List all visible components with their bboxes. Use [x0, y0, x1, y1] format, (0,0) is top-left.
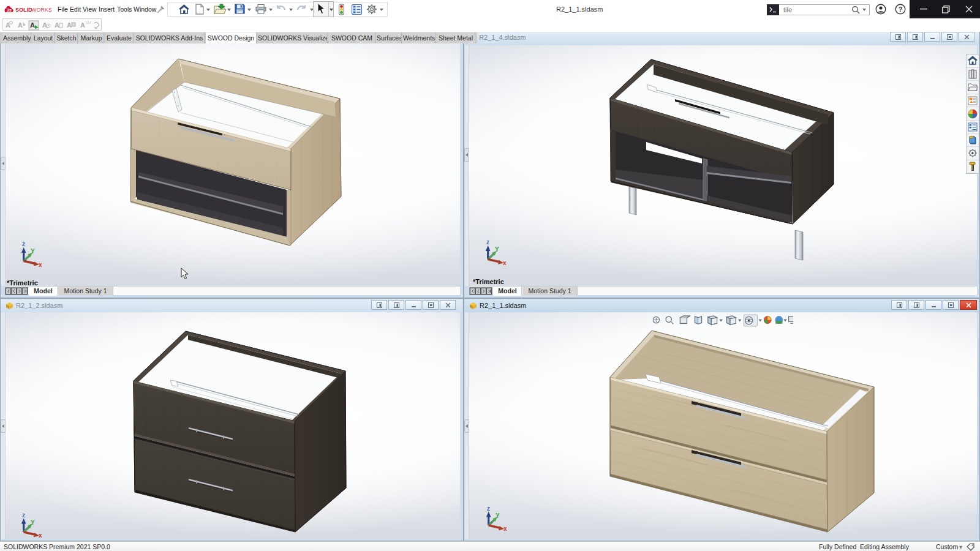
- svg-text:z: z: [22, 241, 25, 247]
- svg-text:Y: Y: [31, 248, 35, 255]
- svg-text:x: x: [39, 261, 42, 268]
- svg-text:z: z: [486, 239, 489, 246]
- svg-text:z: z: [22, 512, 25, 519]
- svg-text:x: x: [503, 525, 507, 532]
- svg-text:Y: Y: [496, 512, 500, 519]
- svg-text:WORKS: WORKS: [31, 7, 52, 13]
- svg-text:3s: 3s: [7, 8, 12, 12]
- svg-text:A: A: [30, 21, 35, 29]
- svg-text:Y: Y: [31, 519, 35, 526]
- svg-text:?: ?: [899, 6, 903, 13]
- svg-text:A: A: [55, 21, 59, 29]
- svg-text:x: x: [503, 260, 507, 266]
- svg-text:SOLID: SOLID: [15, 7, 32, 13]
- svg-text:x: x: [39, 532, 42, 539]
- svg-text:Y: Y: [495, 246, 499, 253]
- svg-text:z: z: [487, 505, 490, 512]
- svg-text:A: A: [80, 21, 85, 29]
- svg-text:A: A: [67, 21, 72, 29]
- svg-text:A: A: [18, 21, 23, 29]
